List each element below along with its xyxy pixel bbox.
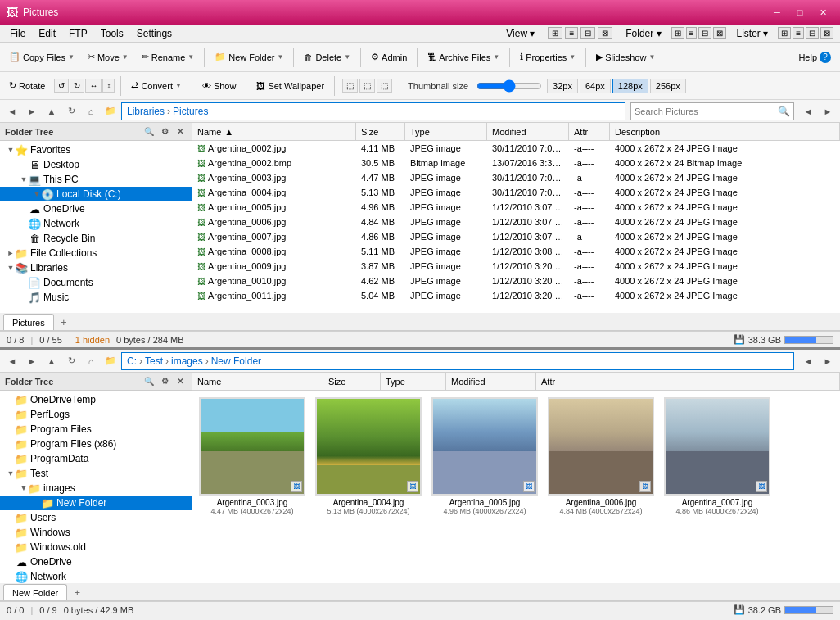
tree-onedrivetemp[interactable]: 📁 OneDriveTemp	[0, 392, 192, 407]
file-row[interactable]: 🖼 Argentina_0009.jpg 3.87 MB JPEG image …	[192, 259, 840, 274]
libraries-toggle[interactable]: ▼	[7, 264, 15, 272]
tree-thispc[interactable]: ▼ 💻 This PC	[0, 172, 192, 187]
size-256-btn[interactable]: 256px	[650, 79, 686, 93]
col-modified-header[interactable]: Modified	[487, 123, 569, 140]
file-row[interactable]: 🖼 Argentina_0006.jpg 4.84 MB JPEG image …	[192, 215, 840, 229]
thumbnail-item[interactable]: 🖼 Argentina_0003.jpg 4.47 MB (4000x2672x…	[199, 397, 305, 515]
tree-network-bottom[interactable]: 🌐 Network	[0, 569, 192, 583]
file-row[interactable]: 🖼 Argentina_0008.jpg 5.11 MB JPEG image …	[192, 244, 840, 259]
tree-images[interactable]: ▼ 📁 images	[0, 481, 192, 496]
thispc-toggle[interactable]: ▼	[20, 175, 28, 183]
bottom-pane-btn-1[interactable]: ◄	[799, 352, 817, 370]
tree-programfiles[interactable]: 📁 Program Files	[0, 422, 192, 437]
test-toggle[interactable]: ▼	[7, 469, 15, 477]
menu-file[interactable]: File	[3, 26, 32, 41]
file-row[interactable]: 🖼 Argentina_0010.jpg 4.62 MB JPEG image …	[192, 274, 840, 288]
top-nav-refresh[interactable]: ↻	[62, 102, 80, 120]
menu-lister[interactable]: Lister ▾	[729, 26, 775, 41]
bottom-tab-newfolder[interactable]: New Folder	[3, 584, 67, 600]
tree-search-icon[interactable]: 🔍	[142, 125, 156, 138]
close-button[interactable]: ✕	[812, 4, 833, 20]
top-tab-pictures[interactable]: Pictures	[3, 314, 54, 330]
rename-button[interactable]: ✏ Rename ▼	[136, 46, 201, 69]
tree-windowsold[interactable]: 📁 Windows.old	[0, 540, 192, 554]
size-128-btn[interactable]: 128px	[612, 79, 648, 93]
folder-view-2[interactable]: ≡	[686, 27, 698, 39]
slideshow-button[interactable]: ▶ Slideshow ▼	[590, 46, 661, 69]
aspect-2[interactable]: ⬚	[359, 79, 375, 93]
tree-test[interactable]: ▼ 📁 Test	[0, 466, 192, 481]
tree-close-icon[interactable]: ✕	[174, 125, 187, 138]
tree-music[interactable]: 🎵 Music	[0, 290, 192, 305]
tree-onedrive-bottom[interactable]: ☁ OneDrive	[0, 554, 192, 569]
tree-programdata[interactable]: 📁 ProgramData	[0, 451, 192, 466]
top-nav-tree[interactable]: 📁	[102, 102, 120, 120]
rotate-button[interactable]: ↻ Rotate	[3, 75, 51, 97]
tree-documents[interactable]: 📄 Documents	[0, 275, 192, 290]
filecollections-toggle[interactable]: ►	[7, 249, 15, 257]
bottom-tree-config-icon[interactable]: ⚙	[158, 375, 171, 388]
maximize-button[interactable]: □	[789, 4, 811, 20]
file-row[interactable]: 🖼 Argentina_0004.jpg 5.13 MB JPEG image …	[192, 185, 840, 200]
rotate-left-btn[interactable]: ↺	[54, 79, 69, 93]
minimize-button[interactable]: ─	[766, 4, 788, 20]
aspect-3[interactable]: ⬚	[377, 79, 392, 93]
help-button[interactable]: Help ?	[793, 46, 837, 69]
new-folder-button[interactable]: 📁 New Folder ▼	[209, 46, 289, 69]
thumbnail-item[interactable]: 🖼 Argentina_0006.jpg 4.84 MB (4000x2672x…	[548, 397, 654, 515]
rotate-right-btn[interactable]: ↻	[70, 79, 84, 93]
favorites-toggle[interactable]: ▼	[7, 146, 15, 154]
tree-favorites[interactable]: ▼ ⭐ Favorites	[0, 143, 192, 157]
tree-perflogs[interactable]: 📁 PerfLogs	[0, 407, 192, 422]
view-btn-1[interactable]: ⊞	[548, 27, 562, 39]
thumb-col-name[interactable]: Name	[192, 373, 323, 390]
convert-button[interactable]: ⇄ Convert ▼	[125, 75, 187, 97]
menu-tools[interactable]: Tools	[94, 26, 130, 41]
top-pane-btn-1[interactable]: ◄	[799, 102, 817, 120]
file-row[interactable]: 🖼 Argentina_0007.jpg 4.86 MB JPEG image …	[192, 229, 840, 244]
menu-view[interactable]: View ▾	[499, 26, 541, 41]
top-address-path[interactable]: Libraries › Pictures	[121, 102, 625, 120]
tree-newfolder[interactable]: 📁 New Folder	[0, 496, 192, 510]
localdisk-toggle[interactable]: ▼	[33, 190, 41, 198]
view-btn-2[interactable]: ≡	[565, 27, 578, 39]
tree-recyclebin-top[interactable]: 🗑 Recycle Bin	[0, 231, 192, 246]
thumb-col-modified[interactable]: Modified	[446, 373, 536, 390]
admin-button[interactable]: ⚙ Admin	[365, 46, 413, 69]
thumb-col-size[interactable]: Size	[323, 373, 381, 390]
folder-view-3[interactable]: ⊟	[698, 27, 711, 39]
thumb-col-attr[interactable]: Attr	[536, 373, 840, 390]
move-button[interactable]: ✂ Move ▼	[82, 46, 134, 69]
thumbnail-item[interactable]: 🖼 Argentina_0005.jpg 4.96 MB (4000x2672x…	[431, 397, 538, 515]
file-row[interactable]: 🖼 Argentina_0002.jpg 4.11 MB JPEG image …	[192, 141, 840, 156]
lister-view-3[interactable]: ⊟	[806, 27, 819, 39]
view-btn-3[interactable]: ⊟	[580, 27, 595, 39]
images-toggle[interactable]: ▼	[20, 484, 28, 492]
tree-filecollections[interactable]: ► 📁 File Collections	[0, 246, 192, 260]
archive-files-button[interactable]: 🗜 Archive Files ▼	[422, 46, 505, 69]
menu-ftp[interactable]: FTP	[62, 26, 94, 41]
col-type-header[interactable]: Type	[405, 123, 487, 140]
folder-view-4[interactable]: ⊠	[713, 27, 726, 39]
delete-button[interactable]: 🗑 Delete ▼	[298, 46, 356, 69]
bottom-nav-forward[interactable]: ►	[23, 352, 41, 370]
bottom-nav-home[interactable]: ⌂	[82, 352, 100, 370]
menu-edit[interactable]: Edit	[32, 26, 62, 41]
properties-button[interactable]: ℹ Properties ▼	[514, 46, 581, 69]
tree-config-icon[interactable]: ⚙	[158, 125, 171, 138]
top-nav-up[interactable]: ▲	[43, 102, 61, 120]
top-tab-add[interactable]: +	[56, 314, 72, 330]
flip-v-btn[interactable]: ↕	[102, 79, 115, 93]
tree-desktop[interactable]: 🖥 Desktop	[0, 157, 192, 172]
bottom-nav-refresh[interactable]: ↻	[62, 352, 80, 370]
bottom-tree-close-icon[interactable]: ✕	[174, 375, 187, 388]
tree-users[interactable]: 📁 Users	[0, 510, 192, 525]
tree-network-top[interactable]: 🌐 Network	[0, 216, 192, 231]
bottom-nav-tree[interactable]: 📁	[102, 352, 120, 370]
bottom-pane-btn-2[interactable]: ►	[819, 352, 837, 370]
flip-h-btn[interactable]: ↔	[85, 79, 102, 93]
col-name-header[interactable]: Name ▲	[192, 123, 356, 140]
tree-programfilesx86[interactable]: 📁 Program Files (x86)	[0, 437, 192, 451]
bottom-nav-back[interactable]: ◄	[3, 352, 21, 370]
file-row[interactable]: 🖼 Argentina_0002.bmp 30.5 MB Bitmap imag…	[192, 156, 840, 170]
